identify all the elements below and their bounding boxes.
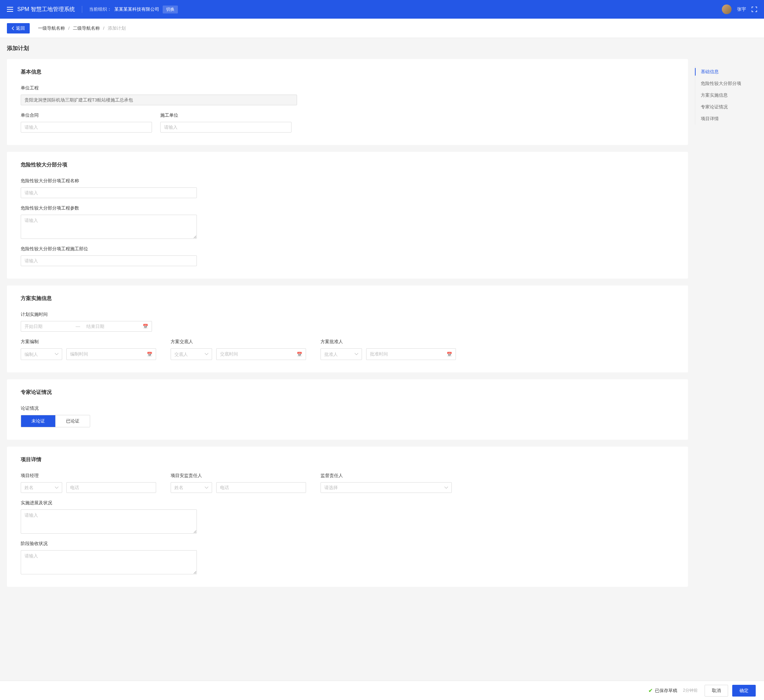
breadcrumb-current: 添加计划 bbox=[108, 25, 126, 31]
section-title: 项目详情 bbox=[7, 447, 688, 470]
select-approve-person[interactable]: 批准人 bbox=[321, 348, 362, 360]
date-approve-time[interactable]: 批准时间📅 bbox=[366, 348, 456, 360]
avatar[interactable] bbox=[722, 5, 731, 14]
select-deliver-person[interactable]: 交底人 bbox=[171, 348, 212, 360]
select-safety-name[interactable]: 姓名 bbox=[171, 482, 212, 493]
segmented-expert-status: 未论证 已论证 bbox=[21, 415, 90, 427]
section-basic: 基本信息 单位工程 单位合同 施工单位 bbox=[7, 59, 688, 145]
label-construction-unit: 施工单位 bbox=[160, 112, 291, 119]
sidebar-item-2[interactable]: 方案实施信息 bbox=[695, 89, 757, 101]
select-edit-person[interactable]: 编制人 bbox=[21, 348, 62, 360]
input-construction-unit[interactable] bbox=[160, 122, 291, 133]
input-unit-project bbox=[21, 95, 297, 105]
section-title: 方案实施信息 bbox=[7, 286, 688, 309]
select-pm-name[interactable]: 姓名 bbox=[21, 482, 62, 493]
back-button[interactable]: 返回 bbox=[7, 23, 30, 33]
textarea-danger-params[interactable] bbox=[21, 215, 197, 239]
option-not-verified[interactable]: 未论证 bbox=[21, 415, 55, 427]
label-danger-name: 危险性较大分部分项工程名称 bbox=[21, 178, 197, 184]
label-supervise: 监督责任人 bbox=[321, 472, 452, 479]
section-expert: 专家论证情况 论证情况 未论证 已论证 bbox=[7, 379, 688, 440]
breadcrumb: 一级导航名称 / 二级导航名称 / 添加计划 bbox=[38, 25, 126, 31]
input-safety-phone[interactable] bbox=[216, 482, 306, 493]
input-unit-contract[interactable] bbox=[21, 122, 152, 133]
label-danger-location: 危险性较大分部分项工程施工部位 bbox=[21, 246, 197, 252]
secondary-bar: 返回 一级导航名称 / 二级导航名称 / 添加计划 bbox=[0, 19, 764, 38]
sidebar-item-0[interactable]: 基础信息 bbox=[695, 66, 757, 78]
sidebar-item-3[interactable]: 专家论证情况 bbox=[695, 101, 757, 113]
input-danger-location[interactable] bbox=[21, 255, 197, 266]
textarea-progress[interactable] bbox=[21, 509, 197, 534]
username: 张宇 bbox=[737, 6, 746, 12]
menu-icon[interactable] bbox=[7, 7, 13, 12]
label-unit-project: 单位工程 bbox=[21, 85, 297, 91]
label-pm: 项目经理 bbox=[21, 472, 162, 479]
label-expert-status: 论证情况 bbox=[21, 405, 90, 411]
calendar-icon: 📅 bbox=[446, 352, 452, 357]
switch-org-button[interactable]: 切换 bbox=[163, 6, 178, 14]
label-safety: 项目安监责任人 bbox=[171, 472, 312, 479]
label-plan-edit: 方案编制 bbox=[21, 339, 162, 345]
topbar: SPM 智慧工地管理系统 当前组织： 某某某某科技有限公司 切换 张宇 bbox=[0, 0, 764, 19]
label-plan-deliver: 方案交底人 bbox=[171, 339, 312, 345]
divider bbox=[82, 6, 82, 13]
sidebar-item-4[interactable]: 项目详情 bbox=[695, 113, 757, 125]
select-supervise[interactable]: 请选择 bbox=[321, 482, 452, 493]
section-danger: 危险性较大分部分项 危险性较大分部分项工程名称 危险性较大分部分项工程参数 bbox=[7, 152, 688, 278]
sidebar-nav: 基础信息危险性较大分部分项方案实施信息专家论证情况项目详情 bbox=[695, 59, 757, 125]
option-verified[interactable]: 已论证 bbox=[55, 415, 90, 427]
label-progress: 实施进展及状况 bbox=[21, 500, 197, 506]
input-danger-name[interactable] bbox=[21, 188, 197, 198]
sidebar-item-1[interactable]: 危险性较大分部分项 bbox=[695, 78, 757, 89]
section-title: 危险性较大分部分项 bbox=[7, 152, 688, 175]
app-name: SPM 智慧工地管理系统 bbox=[17, 6, 75, 13]
label-danger-params: 危险性较大分部分项工程参数 bbox=[21, 205, 197, 211]
label-plan-time: 计划实施时间 bbox=[21, 311, 152, 317]
date-range-plan[interactable]: — 📅 bbox=[21, 321, 152, 332]
org-label: 当前组织： bbox=[89, 6, 111, 12]
section-plan: 方案实施信息 计划实施时间 — 📅 方案编制 bbox=[7, 286, 688, 372]
breadcrumb-level2[interactable]: 二级导航名称 bbox=[73, 25, 100, 31]
input-pm-phone[interactable] bbox=[66, 482, 156, 493]
date-deliver-time[interactable]: 交底时间📅 bbox=[216, 348, 306, 360]
section-title: 专家论证情况 bbox=[7, 379, 688, 403]
calendar-icon: 📅 bbox=[147, 352, 152, 357]
section-title: 基本信息 bbox=[7, 59, 688, 82]
start-date-input[interactable] bbox=[25, 324, 69, 329]
section-detail: 项目详情 项目经理 姓名 项目安监责任人 姓名 bbox=[7, 447, 688, 587]
page-title: 添加计划 bbox=[0, 38, 764, 59]
textarea-accept[interactable] bbox=[21, 550, 197, 574]
breadcrumb-level1[interactable]: 一级导航名称 bbox=[38, 25, 65, 31]
label-plan-approve: 方案批准人 bbox=[321, 339, 462, 345]
date-edit-time[interactable]: 编制时间📅 bbox=[66, 348, 156, 360]
calendar-icon: 📅 bbox=[297, 352, 302, 357]
label-unit-contract: 单位合同 bbox=[21, 112, 152, 119]
end-date-input[interactable] bbox=[86, 324, 131, 329]
back-label: 返回 bbox=[16, 25, 25, 31]
chevron-left-icon bbox=[12, 26, 14, 30]
calendar-icon: 📅 bbox=[142, 324, 148, 329]
org-name: 某某某某科技有限公司 bbox=[114, 6, 159, 12]
fullscreen-icon[interactable] bbox=[751, 6, 757, 12]
label-accept: 阶段验收状况 bbox=[21, 541, 197, 547]
